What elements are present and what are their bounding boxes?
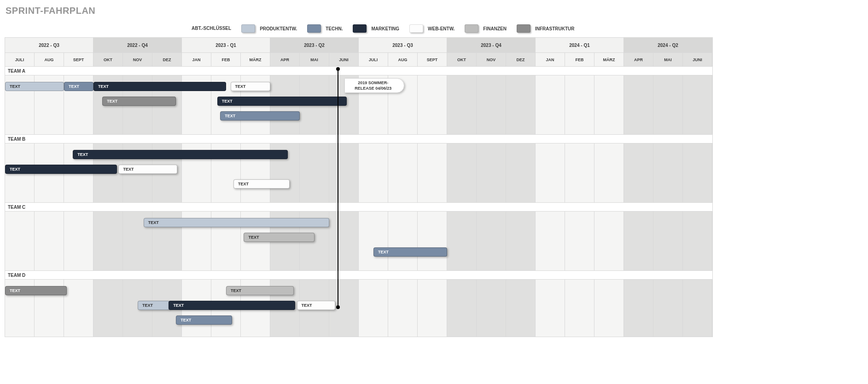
quarter-cell: 2023 - Q3 <box>359 38 447 52</box>
bg-col <box>536 280 565 337</box>
bg-col <box>35 212 64 270</box>
month-cell: FEB <box>211 53 241 66</box>
legend-swatch <box>409 24 423 33</box>
bg-col <box>506 212 536 270</box>
task-bar-prod[interactable]: TEXT <box>5 82 64 91</box>
legend-label: TECHN. <box>326 26 343 31</box>
task-bar-mkt[interactable]: TEXT <box>93 82 226 91</box>
quarter-cell: 2024 - Q1 <box>536 38 624 52</box>
bg-col <box>536 75 565 134</box>
bg-col <box>359 143 388 202</box>
month-header-row: JULIAUGSEPTOKTNOVDEZJANFEBMÄRZAPRMAIJUNI… <box>5 52 712 66</box>
month-cell: OKT <box>93 53 123 66</box>
month-cell: APR <box>270 53 300 66</box>
bg-col <box>683 143 712 202</box>
bg-col <box>653 75 683 134</box>
bg-col <box>447 212 477 270</box>
legend-item-web: WEB-ENTW. <box>409 24 454 33</box>
legend-label: MARKETING <box>371 26 399 31</box>
bg-col <box>653 143 683 202</box>
bg-col <box>388 212 418 270</box>
task-bar-web[interactable]: TEXT <box>231 82 270 91</box>
bg-col <box>418 75 447 134</box>
teams-container: TEAM ATEXTTEXTTEXTTEXTTEXTTEXTTEXTTEAM B… <box>5 66 712 337</box>
legend-item-infra: INFRASTRUKTUR <box>517 24 575 33</box>
task-bar-web[interactable]: TEXT <box>297 301 335 310</box>
quarter-cell: 2024 - Q2 <box>624 38 712 52</box>
month-cell: OKT <box>447 53 477 66</box>
bg-col <box>506 143 536 202</box>
team-header: TEAM A <box>5 66 712 75</box>
month-cell: JAN <box>536 53 565 66</box>
bg-col <box>536 212 565 270</box>
task-bar-infra[interactable]: TEXT <box>102 97 176 106</box>
task-bar-mkt[interactable]: TEXT <box>169 301 295 310</box>
milestone-dot-bottom <box>336 305 340 309</box>
legend-swatch <box>307 24 321 33</box>
bg-col <box>477 143 506 202</box>
month-cell: MÄRZ <box>241 53 270 66</box>
task-bar-mkt[interactable]: TEXT <box>217 97 347 106</box>
bg-col <box>418 143 447 202</box>
task-bar-web[interactable]: TEXT <box>233 179 290 189</box>
task-bar-infra[interactable]: TEXT <box>5 286 67 295</box>
bg-col <box>506 280 536 337</box>
legend-item-prod: PRODUKTENTW. <box>241 24 297 33</box>
task-bar-web[interactable]: TEXT <box>118 165 177 174</box>
month-cell: DEZ <box>506 53 536 66</box>
quarter-cell: 2023 - Q2 <box>270 38 359 52</box>
team-header: TEAM B <box>5 134 712 143</box>
legend-swatch <box>517 24 530 33</box>
task-bar-mkt[interactable]: TEXT <box>73 150 288 159</box>
bg-col <box>388 280 418 337</box>
month-cell: JULI <box>5 53 35 66</box>
bg-col <box>624 212 653 270</box>
quarter-cell: 2023 - Q1 <box>182 38 270 52</box>
bg-col <box>418 212 447 270</box>
bg-col <box>64 212 93 270</box>
bg-col <box>594 75 624 134</box>
bg-col <box>653 280 683 337</box>
legend-swatch <box>465 24 478 33</box>
quarter-cell: 2022 - Q3 <box>5 38 93 52</box>
bg-col <box>447 75 477 134</box>
task-bar-fin[interactable]: TEXT <box>226 286 294 295</box>
month-cell: MÄRZ <box>594 53 624 66</box>
task-bar-tech[interactable]: TEXT <box>373 247 447 257</box>
bg-col <box>624 143 653 202</box>
task-bar-tech[interactable]: TEXT <box>220 111 300 120</box>
task-bar-mkt[interactable]: TEXT <box>5 165 117 174</box>
task-bar-tech[interactable]: TEXT <box>176 315 232 325</box>
legend-item-mkt: MARKETING <box>353 24 399 33</box>
month-cell: JULI <box>359 53 388 66</box>
bg-col <box>93 280 123 337</box>
bg-col <box>594 280 624 337</box>
team-lane: TEXTTEXTTEXTTEXTTEXTTEXT <box>5 280 712 337</box>
month-cell: NOV <box>477 53 506 66</box>
bg-col <box>536 143 565 202</box>
bg-col <box>388 143 418 202</box>
task-bar-fin[interactable]: TEXT <box>244 233 315 242</box>
bg-col <box>565 143 594 202</box>
task-bar-prod[interactable]: TEXT <box>144 218 329 227</box>
page-title: SPRINT-FAHRPLAN <box>6 6 863 16</box>
legend-label: PRODUKTENTW. <box>260 26 297 31</box>
legend-label: WEB-ENTW. <box>428 26 454 31</box>
month-cell: MAI <box>653 53 683 66</box>
bg-col <box>594 143 624 202</box>
bg-col <box>64 280 93 337</box>
task-bar-tech[interactable]: TEXT <box>64 82 93 91</box>
task-bar-prod[interactable]: TEXT <box>138 301 170 310</box>
legend-label: FINANZEN <box>483 26 507 31</box>
bg-col <box>683 75 712 134</box>
milestone-bubble: 2019 SOMMER-RELEASE 04/06/23 <box>344 78 404 93</box>
bg-col <box>447 280 477 337</box>
legend-swatch <box>241 24 255 33</box>
month-cell: SEPT <box>418 53 447 66</box>
month-cell: JAN <box>182 53 211 66</box>
legend: ABT.-SCHLÜSSEL PRODUKTENTW.TECHN.MARKETI… <box>192 24 863 33</box>
bg-col <box>565 280 594 337</box>
bg-col <box>565 212 594 270</box>
legend-item-fin: FINANZEN <box>465 24 507 33</box>
bg-col <box>329 212 359 270</box>
